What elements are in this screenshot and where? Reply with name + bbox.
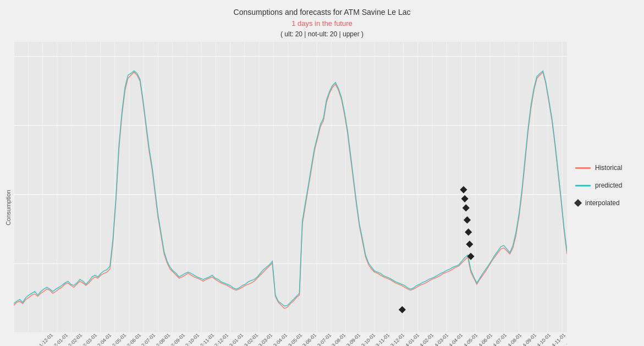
chart-params: ( ult: 20 | not-ult: 20 | upper ) [234,29,411,39]
plot-area: 0 10,000 20,000 30,000 40,000 [14,42,567,333]
chart-main-title: Consumptions and forecasts for ATM Savin… [234,7,411,18]
x-axis-ticks: 2011-12-01 2012-01-01 2012-02-01 2012-03… [25,332,567,346]
legend-diamond-interpolated [574,199,582,207]
legend-item-predicted: predicted [575,182,639,189]
chart-subtitle: 1 days in the future [234,18,411,29]
legend-line-predicted [575,185,591,186]
legend-label-interpolated: interpolated [585,199,620,207]
chart-svg: 0 10,000 20,000 30,000 40,000 [14,42,567,333]
y-axis-label: Consumption [3,39,14,347]
plot-and-legend: 0 10,000 20,000 30,000 40,000 [14,39,639,333]
plot-wrapper: 0 10,000 20,000 30,000 40,000 [14,39,639,347]
chart-container: Consumptions and forecasts for ATM Savin… [0,0,644,346]
chart-title: Consumptions and forecasts for ATM Savin… [234,7,411,39]
svg-rect-0 [14,42,567,333]
legend-label-predicted: predicted [595,182,622,189]
legend-item-interpolated: interpolated [575,199,639,207]
chart-area: Consumption 0 10,000 [0,39,644,347]
legend-label-historical: Historical [595,164,622,172]
x-tick-0: 2011-12-01 [32,332,54,346]
legend-item-historical: Historical [575,164,639,172]
legend-line-historical [575,167,591,169]
legend: Historical predicted interpolated [567,39,639,333]
